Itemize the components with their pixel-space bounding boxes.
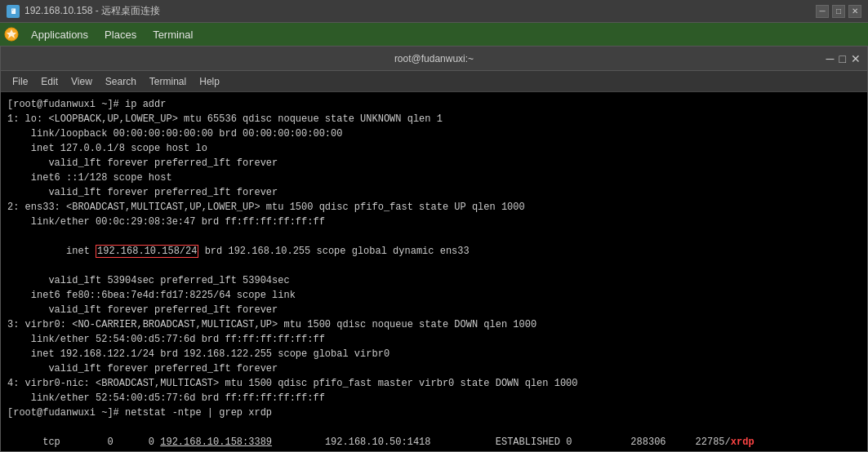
titlebar-close[interactable]: ✕ [848,5,861,18]
terminal-titlebar: root@fudanwuxi:~ ─ □ ✕ [1,47,867,71]
terminal-line-15: link/ether 52:54:00:d5:77:6d brd ff:ff:f… [7,332,861,347]
terminal-title: root@fudanwuxi:~ [394,53,474,64]
line21-highlight: 192.168.10.158:3389 [160,436,272,448]
terminal-line-18: 4: virbr0-nic: <BROADCAST,MULTICAST> mtu… [7,376,861,391]
terminal-line-17: valid_lft forever preferred_lft forever [7,361,861,376]
terminal-line-2: 1: lo: <LOOPBACK,UP,LOWER_UP> mtu 65536 … [7,112,861,126]
titlebar-icon: 🖥 [7,5,20,18]
desktop-logo [3,26,20,42]
term-menu-help[interactable]: Help [193,74,226,89]
terminal-window: root@fudanwuxi:~ ─ □ ✕ File Edit View Se… [0,46,868,452]
terminal-line-11: valid_lft 53904sec preferred_lft 53904se… [7,273,861,288]
titlebar-title: 192.168.10.158 - 远程桌面连接 [24,4,160,18]
line21-xrdp: xrdp [731,436,754,448]
terminal-line-1: [root@fudanwuxi ~]# ip addr [7,97,861,112]
term-menu-file[interactable]: File [6,74,34,89]
window-titlebar: 🖥 192.168.10.158 - 远程桌面连接 ─ □ ✕ [0,0,868,23]
terminal-line-16: inet 192.168.122.1/24 brd 192.168.122.25… [7,347,861,361]
terminal-close-btn[interactable]: ✕ [851,53,861,64]
desktop-menu-places[interactable]: Places [96,25,145,44]
line21-pre: tcp 0 0 [42,436,160,448]
term-menu-view[interactable]: View [65,74,99,89]
terminal-window-controls: ─ □ ✕ [826,53,861,64]
terminal-line-4: inet 127.0.0.1/8 scope host lo [7,141,861,156]
terminal-line-9: link/ether 00:0c:29:08:3e:47 brd ff:ff:f… [7,215,861,229]
term-menu-search[interactable]: Search [99,74,143,89]
terminal-content[interactable]: [root@fudanwuxi ~]# ip addr 1: lo: <LOOP… [1,92,867,451]
terminal-maximize-btn[interactable]: □ [839,53,846,64]
terminal-line-14: 3: virbr0: <NO-CARRIER,BROADCAST,MULTICA… [7,317,861,332]
desktop-menubar: Applications Places Terminal [0,23,868,46]
line10-highlight: 192.168.10.158/24 [96,245,198,258]
terminal-line-12: inet6 fe80::6bea:7e4d:fd17:8225/64 scope… [7,288,861,303]
titlebar-controls: ─ □ ✕ [816,5,861,18]
terminal-line-8: 2: ens33: <BROADCAST,MULTICAST,UP,LOWER_… [7,200,861,215]
terminal-minimize-btn[interactable]: ─ [826,53,835,64]
terminal-line-13: valid_lft forever preferred_lft forever [7,303,861,317]
terminal-line-21: tcp 0 0 192.168.10.158:3389 192.168.10.5… [7,420,861,451]
terminal-line-5: valid_lft forever preferred_lft forever [7,156,861,171]
terminal-line-10: inet 192.168.10.158/24 brd 192.168.10.25… [7,229,861,273]
desktop-menu-terminal[interactable]: Terminal [145,25,201,44]
terminal-line-7: valid_lft forever preferred_lft forever [7,185,861,200]
titlebar-maximize[interactable]: □ [832,5,845,18]
line21-mid: 192.168.10.50:1418 ESTABLISHED 0 288306 … [272,436,731,448]
terminal-menubar: File Edit View Search Terminal Help [1,71,867,92]
term-menu-edit[interactable]: Edit [34,74,65,89]
titlebar-minimize[interactable]: ─ [816,5,829,18]
terminal-line-19: link/ether 52:54:00:d5:77:6d brd ff:ff:f… [7,391,861,405]
terminal-line-20: [root@fudanwuxi ~]# netstat -ntpe | grep… [7,405,861,420]
term-menu-terminal[interactable]: Terminal [143,74,193,89]
terminal-line-3: link/loopback 00:00:00:00:00:00 brd 00:0… [7,126,861,141]
line10-post: brd 192.168.10.255 scope global dynamic … [198,246,469,257]
terminal-line-6: inet6 ::1/128 scope host [7,171,861,185]
line10-pre: inet [42,246,96,257]
desktop-menu-applications[interactable]: Applications [23,25,96,44]
